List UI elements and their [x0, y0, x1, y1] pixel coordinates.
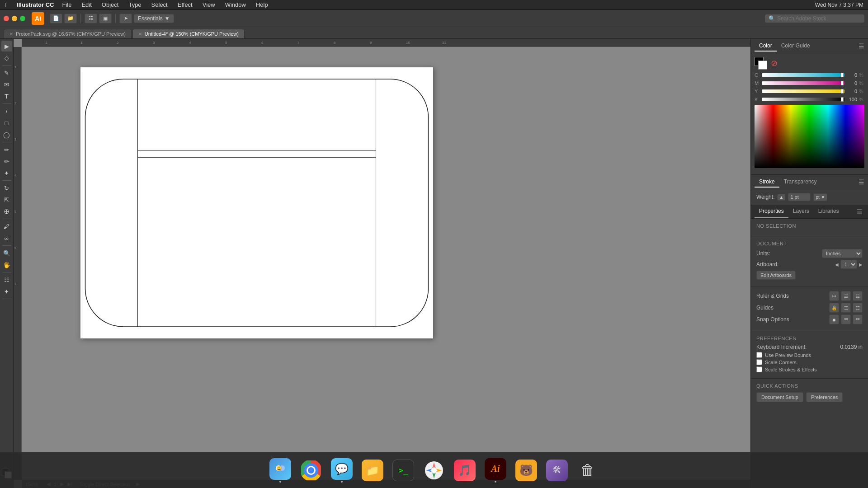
menu-edit[interactable]: Edit — [77, 0, 96, 9]
scale-corners-checkbox[interactable] — [756, 359, 762, 365]
artboard-next-icon[interactable]: ▶ — [859, 262, 863, 267]
ruler-show-btn[interactable]: ↦ — [829, 291, 839, 301]
paintbrush-tool[interactable]: ✏ — [1, 144, 12, 155]
scale-tool[interactable]: ⇱ — [1, 194, 12, 205]
snap-grid-btn[interactable]: ☷ — [841, 314, 851, 324]
hand-tool[interactable]: 🖐 — [1, 259, 12, 270]
ellipse-tool[interactable]: ◯ — [1, 129, 12, 140]
preferences-button[interactable]: Preferences — [806, 392, 843, 402]
artboard-select[interactable]: 1 — [840, 260, 857, 269]
dock-finder[interactable]: 😀 — [267, 457, 294, 484]
zoom-tool[interactable]: 🔍 — [1, 248, 12, 258]
symbol-tool[interactable]: ✦ — [1, 286, 12, 297]
use-preview-bounds-checkbox[interactable] — [756, 352, 762, 358]
direct-selection-tool[interactable]: ◇ — [1, 52, 12, 63]
guides-show-btn[interactable]: ☷ — [841, 303, 851, 313]
tab-color-guide[interactable]: Color Guide — [777, 41, 815, 52]
weight-stepper-up[interactable]: ▲ — [777, 194, 785, 201]
k-slider[interactable] — [762, 98, 844, 101]
canvas-area[interactable]: -1 1 2 3 4 5 6 7 8 9 10 11 1 2 3 4 5 6 7 — [14, 39, 750, 488]
type-tool[interactable]: T — [1, 91, 12, 102]
guides-clear-btn[interactable]: ☷ — [853, 303, 863, 313]
minimize-window-button[interactable] — [12, 16, 17, 21]
ruler-unit-btn[interactable]: ☷ — [853, 291, 863, 301]
weight-unit-select[interactable]: pt ▼ — [813, 193, 827, 201]
dock-messages[interactable]: 💬 — [328, 457, 355, 484]
menu-object[interactable]: Object — [97, 0, 123, 9]
line-tool[interactable]: / — [1, 106, 12, 117]
tab-stroke[interactable]: Stroke — [755, 177, 779, 188]
k-thumb[interactable] — [841, 97, 844, 102]
dock-terminal[interactable]: >_ — [390, 457, 417, 484]
dock-files[interactable]: 📁 — [359, 457, 386, 484]
view-mode-btn[interactable]: ☷ — [85, 14, 97, 23]
y-thumb[interactable] — [841, 89, 844, 94]
search-stock-area[interactable]: 🔍 — [765, 14, 864, 23]
tab-transparency[interactable]: Transparency — [779, 177, 821, 188]
graph-tool[interactable]: ☷ — [1, 274, 12, 285]
units-select[interactable]: Inches Pixels Millimeters Centimeters Po… — [822, 249, 863, 258]
snap-point-btn[interactable]: ◆ — [829, 314, 839, 324]
color-spectrum[interactable] — [755, 105, 864, 168]
dock-app[interactable]: 🛠 — [543, 457, 571, 484]
dock-chrome[interactable] — [297, 457, 325, 484]
menu-view[interactable]: View — [198, 0, 220, 9]
new-document-btn[interactable]: 📄 — [50, 14, 62, 23]
m-thumb[interactable] — [841, 81, 844, 85]
document-setup-button[interactable]: Document Setup — [756, 392, 803, 402]
share-btn[interactable]: ➤ — [119, 14, 132, 23]
tab-libraries[interactable]: Libraries — [814, 205, 844, 218]
dock-music[interactable]: 🎵 — [451, 457, 478, 484]
selection-tool[interactable]: ▶ — [1, 41, 12, 52]
menu-file[interactable]: File — [57, 0, 76, 9]
open-document-btn[interactable]: 📁 — [64, 14, 77, 23]
menu-window[interactable]: Window — [221, 0, 250, 9]
c-slider[interactable] — [762, 73, 844, 77]
rotate-tool[interactable]: ↻ — [1, 183, 12, 193]
menu-select[interactable]: Select — [147, 0, 172, 9]
dock-photos[interactable] — [420, 457, 448, 484]
scale-strokes-checkbox[interactable] — [756, 366, 762, 372]
tab-color[interactable]: Color — [755, 41, 777, 52]
workspace-switcher[interactable]: Essentials ▼ — [134, 14, 174, 23]
tab-protonpack[interactable]: ✕ ProtonPack.svg @ 16.67% (CMYK/GPU Prev… — [4, 29, 132, 38]
tab-close-untitled4[interactable]: ✕ — [138, 32, 142, 37]
close-window-button[interactable] — [4, 16, 9, 21]
dock-trash[interactable]: 🗑 — [574, 457, 601, 484]
tab-layers[interactable]: Layers — [788, 205, 814, 218]
menu-type[interactable]: Type — [124, 0, 146, 9]
y-slider[interactable] — [762, 89, 844, 93]
snap-pixel-btn[interactable]: ☷ — [853, 314, 863, 324]
dock-illustrator[interactable]: Ai — [482, 457, 509, 484]
search-stock-input[interactable] — [777, 15, 861, 22]
apple-menu[interactable]:  — [0, 1, 13, 9]
pen-tool[interactable]: ✎ — [1, 67, 12, 78]
eyedropper-tool[interactable]: 🖍 — [1, 221, 12, 232]
menu-effect[interactable]: Effect — [173, 0, 197, 9]
guides-lock-btn[interactable]: 🔒 — [829, 303, 839, 313]
transform-tool[interactable]: ✠ — [1, 206, 12, 217]
menu-help[interactable]: Help — [251, 0, 273, 9]
canvas-background[interactable] — [22, 47, 750, 480]
tab-untitled4[interactable]: ✕ Untitled-4* @ 150% (CMYK/GPU Preview) — [132, 29, 245, 38]
arrange-btn[interactable]: ▣ — [99, 14, 112, 23]
c-thumb[interactable] — [841, 73, 844, 77]
edit-artboards-button[interactable]: Edit Artboards — [756, 271, 796, 280]
grid-show-btn[interactable]: ☷ — [841, 291, 851, 301]
stroke-panel-menu[interactable]: ☰ — [859, 178, 864, 186]
stroke-color-swatch[interactable] — [758, 61, 767, 70]
pencil-tool[interactable]: ✏ — [1, 156, 12, 167]
tab-close-protonpack[interactable]: ✕ — [9, 32, 13, 37]
rect-tool[interactable]: □ — [1, 117, 12, 128]
curvature-tool[interactable]: ✉ — [1, 79, 12, 90]
maximize-window-button[interactable] — [20, 16, 25, 21]
color-panel-menu[interactable]: ☰ — [859, 42, 864, 50]
dock-bear[interactable]: 🐻 — [513, 457, 540, 484]
properties-panel-menu[interactable]: ☰ — [855, 205, 864, 218]
blend-tool[interactable]: ∞ — [1, 233, 12, 244]
weight-value-input[interactable] — [788, 193, 811, 201]
m-slider[interactable] — [762, 81, 844, 85]
artboard-prev-icon[interactable]: ◀ — [835, 262, 839, 267]
shaper-tool[interactable]: ✦ — [1, 168, 12, 178]
tab-properties[interactable]: Properties — [755, 205, 788, 218]
